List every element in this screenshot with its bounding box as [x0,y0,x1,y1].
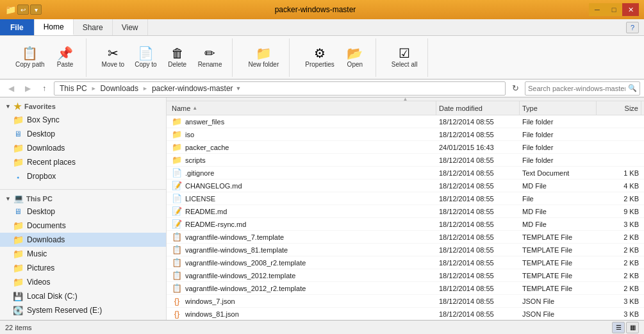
tab-share[interactable]: Share [74,19,113,35]
file-date: 18/12/2014 08:55 [436,310,520,318]
sidebar-item-boxsync[interactable]: 📁 Box Sync [0,113,166,127]
file-name: CHANGELOG.md [185,182,242,190]
ribbon-copy-path-btn[interactable]: 📋 Copy path [12,45,49,70]
folder-file-icon: 📁 [172,142,182,153]
file-type: TEMPLATE File [520,233,597,241]
close-button[interactable]: ✕ [622,3,639,16]
sidebar-item-label: Downloads [27,144,65,153]
minimize-button[interactable]: ─ [589,3,606,16]
quick-access-down[interactable]: ▾ [30,4,42,15]
table-row[interactable]: 📋 vagrantfile-windows_2012.template 18/1… [167,269,644,282]
table-row[interactable]: 📄 .gitignore 18/12/2014 08:55 Text Docum… [167,167,644,180]
view-large-icons-button[interactable]: ▦ [626,322,639,333]
favorites-star-icon: ★ [13,101,22,112]
ribbon-delete-btn[interactable]: 🗑 Delete [163,45,192,70]
col-header-date[interactable]: Date modified [436,101,520,115]
file-type: TEMPLATE File [520,272,597,280]
file-name: vagrantfile-windows_7.template [185,233,284,241]
table-row[interactable]: {} windows_81.json 18/12/2014 08:55 JSON… [167,308,644,320]
table-row[interactable]: 📝 README.md 18/12/2014 08:55 MD File 9 K… [167,205,644,218]
file-size: 4 KB [597,182,641,190]
table-row[interactable]: 📋 vagrantfile-windows_2012_r2.template 1… [167,282,644,295]
thispc-header[interactable]: ▼ 💻 This PC [0,192,166,205]
table-row[interactable]: 📁 answer_files 18/12/2014 08:55 File fol… [167,115,644,128]
table-row[interactable]: {} windows_7.json 18/12/2014 08:55 JSON … [167,295,644,308]
refresh-button[interactable]: ↻ [508,81,522,96]
sidebar-item-label: Dropbox [27,172,56,181]
file-date: 18/12/2014 08:55 [436,156,520,164]
sidebar-item-documents[interactable]: 📁 Documents [0,219,166,233]
breadcrumb-dropdown[interactable]: ▼ [236,85,242,92]
table-row[interactable]: 📋 vagrantfile-windows_2008_r2.template 1… [167,256,644,269]
ribbon-properties-btn[interactable]: ⚙ Properties [301,45,338,70]
sidebar-item-music[interactable]: 📁 Music [0,247,166,261]
ribbon-open-btn[interactable]: 📂 Open [341,45,369,70]
col-header-name[interactable]: Name ▲ [169,101,436,115]
tab-file[interactable]: File [0,19,35,35]
ribbon-select-all-btn[interactable]: ☑ Select all [388,45,422,70]
sidebar-item-downloads-fav[interactable]: 📁 Downloads [0,141,166,155]
search-box[interactable]: 🔍 [525,81,640,96]
maximize-button[interactable]: □ [606,3,622,16]
table-row[interactable]: 📄 LICENSE 18/12/2014 08:55 File 2 KB [167,192,644,205]
col-header-size[interactable]: Size [597,101,641,115]
sidebar-item-desktop-fav[interactable]: 🖥 Desktop [0,127,166,141]
file-type: File [520,195,597,203]
sidebar-item-pictures[interactable]: 📁 Pictures [0,261,166,275]
sidebar-item-downloads[interactable]: 📁 Downloads [0,233,166,247]
file-type: MD File [520,221,597,228]
file-type: JSON File [520,297,597,305]
title-bar: 📁 ↩ ▾ packer-windows-master ─ □ ✕ [0,0,644,19]
table-row[interactable]: 📁 scripts 18/12/2014 08:55 File folder [167,154,644,167]
table-row[interactable]: 📝 README-rsync.md 18/12/2014 08:55 MD Fi… [167,218,644,231]
sidebar-item-label: System Reserved (E:) [27,306,102,315]
breadcrumb-item-current[interactable]: packer-windows-master [151,84,235,93]
table-row[interactable]: 📝 CHANGELOG.md 18/12/2014 08:55 MD File … [167,180,644,192]
sidebar-item-videos[interactable]: 📁 Videos [0,275,166,289]
col-type-label: Type [522,104,538,112]
sidebar-item-shareddrive[interactable]: 🔌 Shared Drive (U:) [0,317,166,320]
forward-button[interactable]: ▶ [21,81,35,96]
table-row[interactable]: 📋 vagrantfile-windows_7.template 18/12/2… [167,231,644,244]
select-all-icon: ☑ [399,47,410,60]
breadcrumb-item-downloads[interactable]: Downloads [99,84,140,93]
new-folder-icon: 📁 [256,47,272,60]
sidebar-item-label: Local Disk (C:) [27,292,78,301]
breadcrumb-item-thispc[interactable]: This PC [58,84,88,93]
ribbon-rename-btn[interactable]: ✏ Rename [194,45,226,70]
back-button[interactable]: ◀ [4,81,18,96]
desktop-icon: 🖥 [13,129,23,139]
col-header-type[interactable]: Type [520,101,597,115]
file-name: README-rsync.md [185,221,246,228]
tab-home[interactable]: Home [35,19,74,35]
json-file-icon: {} [172,309,182,319]
table-row[interactable]: 📁 iso 18/12/2014 08:55 File folder [167,128,644,141]
sidebar-item-label: Desktop [27,207,55,216]
ribbon-new-folder-btn[interactable]: 📁 New folder [244,45,283,70]
sidebar-item-localdisk[interactable]: 💾 Local Disk (C:) [0,289,166,303]
quick-access-undo[interactable]: ↩ [17,4,29,15]
file-date: 18/12/2014 08:55 [436,208,520,215]
recent-icon: 📁 [13,157,23,167]
table-row[interactable]: 📋 vagrantfile-windows_81.template 18/12/… [167,244,644,256]
breadcrumb[interactable]: This PC ► Downloads ► packer-windows-mas… [54,81,506,96]
folder-icon: 📁 [13,115,23,125]
sidebar-item-sysreserved[interactable]: 💽 System Reserved (E:) [0,303,166,317]
view-details-button[interactable]: ☰ [612,322,625,333]
up-button[interactable]: ↑ [37,81,51,96]
ribbon-help-button[interactable]: ? [626,22,639,33]
sidebar-item-recent[interactable]: 📁 Recent places [0,155,166,169]
ribbon-move-btn[interactable]: ✂ Move to [98,45,129,70]
sidebar-item-dropbox[interactable]: ⬩ Dropbox [0,169,166,183]
favorites-header[interactable]: ▼ ★ Favorites [0,100,166,113]
file-date: 18/12/2014 08:55 [436,195,520,203]
sidebar-item-desktop[interactable]: 🖥 Desktop [0,205,166,219]
paste-icon: 📌 [57,47,73,60]
tab-view[interactable]: View [113,19,148,35]
sidebar-item-label: Videos [27,278,50,287]
ribbon-copy-btn[interactable]: 📄 Copy to [131,45,160,70]
search-input[interactable] [528,85,625,92]
table-row[interactable]: 📁 packer_cache 24/01/2015 16:43 File fol… [167,141,644,154]
ribbon-content: 📋 Copy path 📌 Paste ✂ Move to 📄 Copy to … [0,36,644,79]
ribbon-paste-btn[interactable]: 📌 Paste [51,45,79,70]
